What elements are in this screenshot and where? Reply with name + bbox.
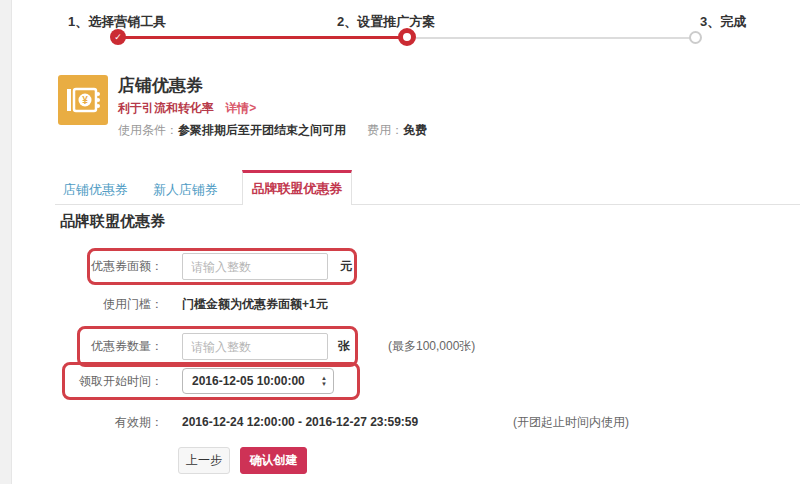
check-icon: ✓ [114, 32, 122, 42]
benefit-text: 利于引流和转化率 [118, 101, 214, 115]
tab-brand-alliance-coupon[interactable]: 品牌联盟优惠券 [242, 170, 352, 205]
progress-line-done [118, 36, 407, 39]
quantity-unit: 张 [338, 333, 350, 360]
threshold-label: 使用门槛： [53, 295, 163, 313]
quantity-input[interactable] [182, 333, 328, 360]
page-title: 店铺优惠券 [118, 74, 203, 97]
detail-link[interactable]: 详情> [225, 101, 256, 115]
denomination-unit: 元 [340, 253, 352, 280]
validity-label: 有效期： [53, 413, 163, 431]
confirm-create-button[interactable]: 确认创建 [240, 447, 307, 474]
condition-value: 参聚排期后至开团结束之间可用 [178, 123, 346, 137]
fee-value: 免费 [403, 123, 427, 137]
section-title: 品牌联盟优惠券 [60, 212, 165, 231]
start-time-value: 2016-12-05 10:00:00 [192, 374, 305, 388]
step-dot-done: ✓ [110, 29, 126, 45]
benefit-row: 利于引流和转化率 详情> [118, 100, 256, 117]
denomination-label: 优惠券面额： [53, 253, 163, 280]
progress-line-pending [407, 37, 695, 39]
threshold-value: 门槛金额为优惠券面额+1元 [182, 295, 328, 313]
condition-label: 使用条件： [118, 123, 178, 137]
select-updown-icon: ▲ ▼ [321, 375, 327, 387]
step-label-3: 3、完成 [700, 13, 746, 31]
denomination-input[interactable] [182, 253, 328, 280]
tab-new-user-coupon[interactable]: 新人店铺券 [153, 181, 218, 199]
tab-shop-coupon[interactable]: 店铺优惠券 [63, 181, 128, 199]
yuan-glyph: ¥ [82, 95, 88, 106]
quantity-label: 优惠券数量： [53, 333, 163, 360]
fee-label: 费用： [367, 123, 403, 137]
coupon-icon: ¥ [58, 75, 108, 125]
tabbar-divider [55, 204, 800, 205]
condition-row: 使用条件：参聚排期后至开团结束之间可用 费用：免费 [118, 122, 427, 139]
back-button[interactable]: 上一步 [178, 447, 230, 474]
page-left-gutter [0, 0, 12, 484]
page: 1、选择营销工具 2、设置推广方案 3、完成 ✓ ¥ 店铺优惠券 利于引流和转化… [0, 0, 800, 484]
step-dot-current [398, 28, 416, 46]
step-label-2: 2、设置推广方案 [337, 13, 435, 31]
start-time-label: 领取开始时间： [53, 368, 163, 394]
quantity-hint: (最多100,000张) [388, 333, 475, 360]
step-dot-pending [689, 31, 702, 44]
validity-hint: (开团起止时间内使用) [513, 413, 629, 431]
validity-value: 2016-12-24 12:00:00 - 2016-12-27 23:59:5… [182, 413, 418, 431]
start-time-select[interactable]: 2016-12-05 10:00:00 ▲ ▼ [182, 368, 334, 394]
